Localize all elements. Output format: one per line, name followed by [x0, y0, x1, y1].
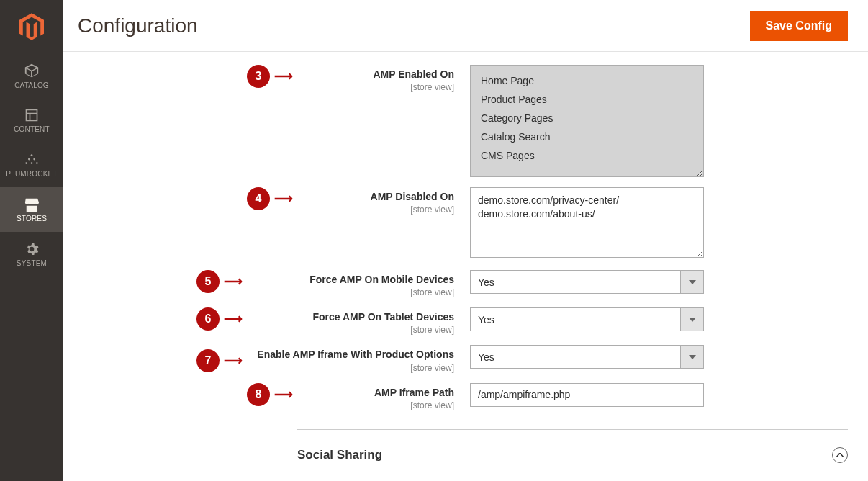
- chevron-up-icon[interactable]: [832, 447, 848, 463]
- sidebar-item-label: CONTENT: [14, 125, 50, 133]
- arrow-right-icon: ⟶: [274, 187, 291, 210]
- annotation-badge-4: 4: [247, 187, 270, 210]
- sidebar-item-label: SYSTEM: [17, 259, 47, 267]
- config-form: 3 ⟶ AMP Enabled On [store view] Home Pag…: [63, 52, 868, 463]
- field-scope: [store view]: [247, 325, 454, 335]
- row-force-amp-mobile: 5 ⟶ Force AMP On Mobile Devices [store v…: [78, 270, 848, 297]
- svg-point-2: [31, 154, 33, 156]
- arrow-right-icon: ⟶: [224, 307, 241, 331]
- annotation-badge-5: 5: [196, 270, 220, 293]
- field-scope: [store view]: [247, 287, 454, 297]
- svg-point-6: [31, 162, 33, 164]
- section-title: Social Sharing: [297, 448, 832, 462]
- store-icon: [24, 197, 40, 212]
- layout-icon: [24, 108, 39, 122]
- svg-point-7: [36, 162, 38, 164]
- select-value: Yes: [470, 307, 680, 331]
- field-label: AMP Enabled On: [373, 68, 454, 80]
- annotation-badge-8: 8: [247, 383, 270, 406]
- amp-enabled-multiselect[interactable]: Home Page Product Pages Category Pages C…: [470, 65, 704, 177]
- multiselect-option[interactable]: Product Pages: [471, 90, 703, 109]
- row-amp-disabled-on: 4 ⟶ AMP Disabled On [store view]: [78, 187, 848, 260]
- svg-marker-1: [27, 22, 37, 40]
- field-label: AMP Iframe Path: [374, 387, 454, 398]
- sidebar-item-stores[interactable]: STORES: [0, 187, 63, 232]
- arrow-right-icon: ⟶: [224, 349, 241, 372]
- select-value: Yes: [470, 270, 680, 294]
- field-scope: [store view]: [297, 204, 454, 215]
- arrow-right-icon: ⟶: [274, 383, 291, 406]
- row-force-amp-tablet: 6 ⟶ Force AMP On Tablet Devices [store v…: [78, 307, 848, 335]
- row-amp-enabled-on: 3 ⟶ AMP Enabled On [store view] Home Pag…: [78, 65, 848, 177]
- chevron-down-icon: [680, 307, 704, 331]
- field-label: Force AMP On Mobile Devices: [309, 274, 454, 285]
- multiselect-option[interactable]: Category Pages: [471, 109, 703, 127]
- sidebar-item-label: PLUMROCKET: [6, 170, 57, 178]
- sidebar-item-label: STORES: [17, 215, 47, 222]
- multiselect-option[interactable]: Home Page: [471, 71, 703, 90]
- iframe-path-input[interactable]: [470, 383, 704, 407]
- svg-point-5: [25, 162, 27, 164]
- field-label: AMP Disabled On: [371, 191, 454, 202]
- field-scope: [store view]: [297, 400, 454, 410]
- svg-point-3: [28, 158, 30, 160]
- save-config-button[interactable]: Save Config: [750, 11, 848, 41]
- multiselect-option[interactable]: CMS Pages: [471, 146, 703, 165]
- enable-iframe-select[interactable]: Yes: [470, 345, 704, 369]
- sidebar-item-system[interactable]: SYSTEM: [0, 232, 63, 277]
- sidebar-item-catalog[interactable]: CATALOG: [0, 53, 63, 98]
- row-enable-amp-iframe: 7 ⟶ Enable AMP Iframe With Product Optio…: [78, 345, 848, 372]
- main-panel: Configuration Save Config 3 ⟶ AMP Enable…: [63, 0, 868, 481]
- select-value: Yes: [470, 345, 680, 369]
- page-title: Configuration: [78, 14, 750, 37]
- arrow-right-icon: ⟶: [274, 65, 291, 88]
- page-header: Configuration Save Config: [63, 0, 868, 52]
- admin-sidebar: CATALOG CONTENT PLUMROCKET STORES SYSTEM: [0, 0, 63, 481]
- section-social-sharing[interactable]: Social Sharing: [297, 429, 848, 463]
- multiselect-option[interactable]: Catalog Search: [471, 127, 703, 146]
- svg-point-4: [33, 158, 35, 160]
- gear-icon: [24, 242, 39, 256]
- sidebar-item-label: CATALOG: [14, 81, 49, 89]
- magento-logo-icon: [19, 13, 44, 40]
- field-scope: [store view]: [297, 82, 454, 92]
- magento-logo[interactable]: [0, 0, 63, 53]
- sidebar-item-plumrocket[interactable]: PLUMROCKET: [0, 143, 63, 187]
- chevron-down-icon: [680, 270, 704, 294]
- field-scope: [store view]: [247, 363, 454, 373]
- field-label: Force AMP On Tablet Devices: [312, 311, 454, 323]
- force-tablet-select[interactable]: Yes: [470, 307, 704, 331]
- force-mobile-select[interactable]: Yes: [470, 270, 704, 294]
- svg-marker-0: [19, 13, 44, 35]
- arrow-right-icon: ⟶: [224, 270, 241, 293]
- amp-disabled-textarea[interactable]: [470, 187, 704, 258]
- cube-icon: [24, 63, 40, 78]
- field-label: Enable AMP Iframe With Product Options: [257, 349, 454, 360]
- annotation-badge-6: 6: [196, 307, 220, 331]
- triangle-dots-icon: [24, 153, 40, 167]
- chevron-down-icon: [680, 345, 704, 369]
- row-amp-iframe-path: 8 ⟶ AMP Iframe Path [store view]: [78, 383, 848, 410]
- sidebar-item-content[interactable]: CONTENT: [0, 98, 63, 143]
- annotation-badge-3: 3: [247, 65, 270, 88]
- annotation-badge-7: 7: [196, 349, 220, 372]
